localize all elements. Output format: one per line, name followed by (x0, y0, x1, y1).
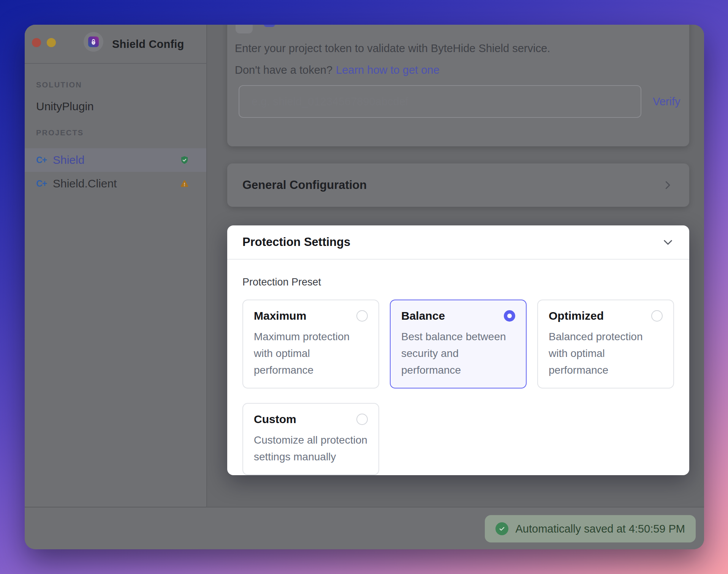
protection-settings-card: Protection Settings Protection Preset Ma… (227, 225, 689, 475)
project-token-input[interactable] (239, 85, 641, 118)
sidebar-item-unityplugin[interactable]: UnityPlugin (36, 100, 206, 113)
token-help-row: Don't have a token?Learn how to get one (235, 64, 440, 76)
verify-button[interactable]: Verify (653, 85, 681, 118)
token-help-prompt: Don't have a token? (235, 64, 332, 76)
sidebar: Shield Config SOLUTION UnityPlugin PROJE… (25, 25, 207, 507)
preset-grid: Maximum Maximum protection with optimal … (242, 300, 674, 475)
project-name: Shield.Client (53, 177, 117, 190)
chevron-right-icon[interactable] (662, 179, 673, 191)
close-window-button[interactable] (32, 38, 41, 47)
protection-settings-title: Protection Settings (242, 235, 350, 249)
check-circle-icon (495, 522, 508, 535)
shield-check-icon (180, 155, 189, 165)
csharp-project-icon: C+ (36, 179, 53, 189)
radio-unchecked[interactable] (356, 310, 368, 322)
radio-unchecked[interactable] (651, 310, 663, 322)
preset-option-custom[interactable]: Custom Customize all protection settings… (242, 403, 379, 475)
project-token-card: Enter your project token to validate wit… (227, 25, 689, 146)
general-configuration-row[interactable]: General Configuration (227, 163, 689, 207)
sidebar-item-shield-client[interactable]: C+ Shield.Client (25, 172, 206, 195)
csharp-project-icon: C+ (36, 155, 53, 165)
token-section-icon (236, 25, 253, 33)
preset-description: Maximum protection with optimal performa… (254, 328, 368, 379)
general-configuration-title: General Configuration (242, 178, 367, 192)
preset-name: Maximum (254, 309, 306, 322)
project-name: Shield (53, 154, 84, 166)
main-pane: Enter your project token to validate wit… (207, 25, 704, 507)
sidebar-item-shield[interactable]: C+ Shield (25, 148, 206, 172)
status-bar: Automatically saved at 4:50:59 PM (25, 507, 704, 549)
app-window: Shield Config SOLUTION UnityPlugin PROJE… (25, 25, 704, 549)
token-badge-icon (264, 25, 275, 27)
shield-lock-app-icon (88, 36, 99, 47)
preset-name: Optimized (549, 309, 604, 322)
app-icon-halo (84, 32, 103, 52)
solution-section-label: SOLUTION (36, 81, 206, 89)
preset-name: Custom (254, 413, 296, 426)
preset-name: Balance (401, 309, 445, 322)
preset-description: Best balance between security and perfor… (401, 328, 515, 379)
token-description: Enter your project token to validate wit… (235, 42, 550, 55)
warning-triangle-icon (180, 179, 189, 189)
preset-option-balance[interactable]: Balance Best balance between security an… (390, 300, 527, 388)
learn-how-link[interactable]: Learn how to get one (336, 64, 439, 76)
protection-settings-body: Protection Preset Maximum Maximum protec… (227, 276, 689, 475)
preset-option-maximum[interactable]: Maximum Maximum protection with optimal … (242, 300, 379, 388)
window-title: Shield Config (112, 25, 184, 64)
protection-settings-header[interactable]: Protection Settings (227, 225, 689, 260)
project-list: C+ Shield C+ Shield.Client (25, 148, 206, 195)
radio-checked[interactable] (504, 310, 515, 322)
protection-preset-label: Protection Preset (242, 276, 674, 288)
chevron-down-icon[interactable] (662, 236, 674, 248)
radio-unchecked[interactable] (356, 414, 368, 425)
titlebar[interactable]: Shield Config (25, 25, 206, 64)
preset-description: Balanced protection with optimal perform… (549, 328, 663, 379)
autosave-toast: Automatically saved at 4:50:59 PM (485, 515, 696, 542)
projects-section-label: PROJECTS (36, 128, 206, 137)
minimize-window-button[interactable] (47, 38, 56, 47)
preset-option-optimized[interactable]: Optimized Balanced protection with optim… (537, 300, 674, 388)
autosave-message: Automatically saved at 4:50:59 PM (515, 523, 685, 535)
preset-description: Customize all protection settings manual… (254, 432, 368, 465)
